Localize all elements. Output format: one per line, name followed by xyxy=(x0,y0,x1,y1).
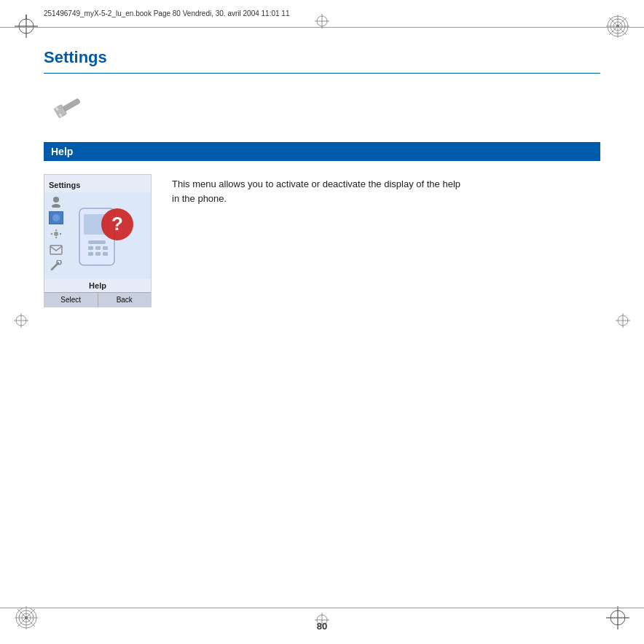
wrench-icon-area xyxy=(50,94,600,125)
svg-text:?: ? xyxy=(111,213,123,235)
svg-point-30 xyxy=(52,214,60,221)
phone-question-illustration: ? xyxy=(72,203,138,272)
phone-label-text: Help xyxy=(89,281,106,290)
right-center-mark xyxy=(615,313,631,331)
svg-rect-42 xyxy=(95,252,101,256)
phone-back-button[interactable]: Back xyxy=(98,293,152,307)
menu-icon-envelope xyxy=(49,243,63,256)
menu-icon-selected xyxy=(49,211,63,224)
bottom-center-mark xyxy=(314,612,330,631)
svg-rect-43 xyxy=(103,252,108,256)
help-bar-label: Help xyxy=(51,146,73,157)
svg-point-34 xyxy=(57,260,61,264)
left-center-mark xyxy=(13,313,29,331)
svg-rect-39 xyxy=(95,246,101,250)
svg-point-31 xyxy=(54,232,58,236)
phone-screen-label: Help xyxy=(44,279,151,292)
phone-select-button[interactable]: Select xyxy=(44,293,98,307)
svg-rect-41 xyxy=(88,252,93,256)
phone-screen-title: Settings xyxy=(49,181,80,189)
phone-screen-top: Settings xyxy=(44,175,151,192)
svg-point-27 xyxy=(53,197,59,203)
phone-screenshot: Settings xyxy=(44,174,152,307)
menu-icon-wrench-small xyxy=(49,259,63,272)
svg-rect-32 xyxy=(50,246,62,254)
menu-icon-profile xyxy=(49,195,63,208)
content-row: Settings xyxy=(44,174,600,307)
menu-icons xyxy=(49,195,63,272)
phone-image-container: ? xyxy=(49,197,146,275)
svg-rect-40 xyxy=(103,246,108,250)
menu-icon-gear xyxy=(49,227,63,240)
svg-rect-37 xyxy=(88,240,106,244)
svg-point-28 xyxy=(52,204,60,208)
help-bar: Help xyxy=(44,142,600,161)
description-text: This menu allows you to activate or deac… xyxy=(172,174,463,205)
page-title: Settings xyxy=(44,48,600,74)
phone-screen-buttons: Select Back xyxy=(44,292,151,307)
main-content: Settings Help Settings xyxy=(44,28,600,608)
meta-text: 251496749_myX-5-2_lu_en.book Page 80 Ven… xyxy=(44,9,289,17)
svg-rect-38 xyxy=(88,246,93,250)
wrench-icon xyxy=(50,94,87,122)
top-center-mark xyxy=(314,13,330,32)
phone-screen-body: ? xyxy=(44,192,151,279)
